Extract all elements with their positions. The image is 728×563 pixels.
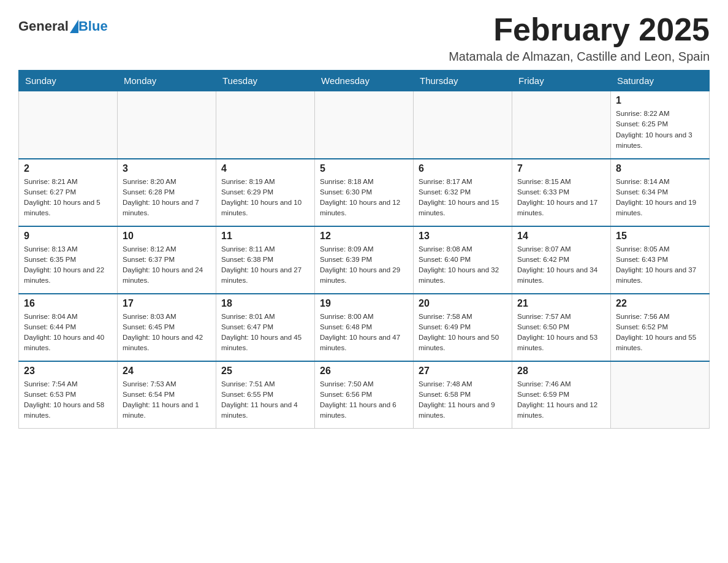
calendar-day-header: Sunday bbox=[19, 71, 118, 91]
day-number: 24 bbox=[123, 366, 211, 377]
day-number: 5 bbox=[320, 163, 408, 174]
day-info: Sunrise: 8:00 AMSunset: 6:48 PMDaylight:… bbox=[320, 312, 408, 354]
day-info: Sunrise: 7:54 AMSunset: 6:53 PMDaylight:… bbox=[24, 379, 112, 421]
calendar-day-cell bbox=[118, 91, 216, 159]
calendar-day-cell: 4Sunrise: 8:19 AMSunset: 6:29 PMDaylight… bbox=[216, 159, 315, 226]
calendar-day-cell bbox=[19, 91, 118, 159]
calendar-day-header: Saturday bbox=[611, 71, 710, 91]
logo-general: General bbox=[18, 18, 69, 34]
calendar-day-header: Wednesday bbox=[315, 71, 414, 91]
calendar-day-cell bbox=[512, 91, 611, 159]
calendar-day-cell: 22Sunrise: 7:56 AMSunset: 6:52 PMDayligh… bbox=[611, 294, 710, 361]
day-info: Sunrise: 8:11 AMSunset: 6:38 PMDaylight:… bbox=[221, 244, 309, 286]
calendar-day-header: Monday bbox=[118, 71, 216, 91]
day-number: 21 bbox=[517, 298, 605, 309]
day-info: Sunrise: 8:21 AMSunset: 6:27 PMDaylight:… bbox=[24, 177, 112, 219]
day-info: Sunrise: 8:08 AMSunset: 6:40 PMDaylight:… bbox=[419, 244, 507, 286]
calendar-day-cell: 6Sunrise: 8:17 AMSunset: 6:32 PMDaylight… bbox=[414, 159, 512, 226]
logo: General Blue bbox=[18, 18, 108, 34]
day-info: Sunrise: 7:46 AMSunset: 6:59 PMDaylight:… bbox=[517, 379, 605, 421]
day-number: 8 bbox=[616, 163, 704, 174]
day-info: Sunrise: 8:05 AMSunset: 6:43 PMDaylight:… bbox=[616, 244, 704, 286]
calendar-day-cell: 19Sunrise: 8:00 AMSunset: 6:48 PMDayligh… bbox=[315, 294, 414, 361]
calendar-day-cell: 21Sunrise: 7:57 AMSunset: 6:50 PMDayligh… bbox=[512, 294, 611, 361]
calendar-week-row: 16Sunrise: 8:04 AMSunset: 6:44 PMDayligh… bbox=[19, 294, 710, 361]
day-number: 13 bbox=[419, 231, 507, 242]
day-number: 12 bbox=[320, 231, 408, 242]
calendar-day-cell: 9Sunrise: 8:13 AMSunset: 6:35 PMDaylight… bbox=[19, 226, 118, 294]
calendar-day-cell: 26Sunrise: 7:50 AMSunset: 6:56 PMDayligh… bbox=[315, 361, 414, 429]
page-header: General Blue February 2025 Matamala de A… bbox=[18, 12, 710, 64]
calendar-week-row: 23Sunrise: 7:54 AMSunset: 6:53 PMDayligh… bbox=[19, 361, 710, 429]
calendar-day-header: Tuesday bbox=[216, 71, 315, 91]
day-info: Sunrise: 7:50 AMSunset: 6:56 PMDaylight:… bbox=[320, 379, 408, 421]
day-number: 16 bbox=[24, 298, 112, 309]
calendar-day-cell bbox=[414, 91, 512, 159]
day-number: 11 bbox=[221, 231, 309, 242]
day-info: Sunrise: 8:18 AMSunset: 6:30 PMDaylight:… bbox=[320, 177, 408, 219]
calendar-day-cell: 13Sunrise: 8:08 AMSunset: 6:40 PMDayligh… bbox=[414, 226, 512, 294]
day-number: 7 bbox=[517, 163, 605, 174]
location-subtitle: Matamala de Almazan, Castille and Leon, … bbox=[449, 50, 710, 64]
day-info: Sunrise: 7:51 AMSunset: 6:55 PMDaylight:… bbox=[221, 379, 309, 421]
day-info: Sunrise: 8:15 AMSunset: 6:33 PMDaylight:… bbox=[517, 177, 605, 219]
calendar-day-header: Thursday bbox=[414, 71, 512, 91]
calendar-day-cell: 3Sunrise: 8:20 AMSunset: 6:28 PMDaylight… bbox=[118, 159, 216, 226]
calendar-day-cell: 7Sunrise: 8:15 AMSunset: 6:33 PMDaylight… bbox=[512, 159, 611, 226]
day-info: Sunrise: 7:48 AMSunset: 6:58 PMDaylight:… bbox=[419, 379, 507, 421]
calendar-day-header: Friday bbox=[512, 71, 611, 91]
day-number: 18 bbox=[221, 298, 309, 309]
day-number: 17 bbox=[123, 298, 211, 309]
day-number: 26 bbox=[320, 366, 408, 377]
calendar-day-cell: 1Sunrise: 8:22 AMSunset: 6:25 PMDaylight… bbox=[611, 91, 710, 159]
calendar-day-cell bbox=[315, 91, 414, 159]
day-info: Sunrise: 8:19 AMSunset: 6:29 PMDaylight:… bbox=[221, 177, 309, 219]
day-number: 22 bbox=[616, 298, 704, 309]
day-info: Sunrise: 7:58 AMSunset: 6:49 PMDaylight:… bbox=[419, 312, 507, 354]
calendar-day-cell: 15Sunrise: 8:05 AMSunset: 6:43 PMDayligh… bbox=[611, 226, 710, 294]
calendar-day-cell: 25Sunrise: 7:51 AMSunset: 6:55 PMDayligh… bbox=[216, 361, 315, 429]
day-number: 6 bbox=[419, 163, 507, 174]
month-title: February 2025 bbox=[449, 12, 710, 47]
day-info: Sunrise: 8:03 AMSunset: 6:45 PMDaylight:… bbox=[123, 312, 211, 354]
calendar-week-row: 1Sunrise: 8:22 AMSunset: 6:25 PMDaylight… bbox=[19, 91, 710, 159]
calendar-day-cell bbox=[611, 361, 710, 429]
day-number: 19 bbox=[320, 298, 408, 309]
day-number: 23 bbox=[24, 366, 112, 377]
day-info: Sunrise: 7:56 AMSunset: 6:52 PMDaylight:… bbox=[616, 312, 704, 354]
day-info: Sunrise: 7:57 AMSunset: 6:50 PMDaylight:… bbox=[517, 312, 605, 354]
calendar-week-row: 2Sunrise: 8:21 AMSunset: 6:27 PMDaylight… bbox=[19, 159, 710, 226]
calendar-day-cell: 8Sunrise: 8:14 AMSunset: 6:34 PMDaylight… bbox=[611, 159, 710, 226]
calendar-day-cell: 5Sunrise: 8:18 AMSunset: 6:30 PMDaylight… bbox=[315, 159, 414, 226]
calendar-day-cell: 11Sunrise: 8:11 AMSunset: 6:38 PMDayligh… bbox=[216, 226, 315, 294]
day-number: 28 bbox=[517, 366, 605, 377]
calendar-day-cell: 23Sunrise: 7:54 AMSunset: 6:53 PMDayligh… bbox=[19, 361, 118, 429]
day-number: 1 bbox=[616, 95, 704, 106]
day-number: 2 bbox=[24, 163, 112, 174]
calendar-day-cell: 10Sunrise: 8:12 AMSunset: 6:37 PMDayligh… bbox=[118, 226, 216, 294]
calendar-day-cell: 12Sunrise: 8:09 AMSunset: 6:39 PMDayligh… bbox=[315, 226, 414, 294]
day-number: 4 bbox=[221, 163, 309, 174]
logo-icon bbox=[70, 20, 78, 33]
day-info: Sunrise: 8:17 AMSunset: 6:32 PMDaylight:… bbox=[419, 177, 507, 219]
logo-blue: Blue bbox=[78, 18, 108, 34]
day-info: Sunrise: 8:12 AMSunset: 6:37 PMDaylight:… bbox=[123, 244, 211, 286]
day-info: Sunrise: 7:53 AMSunset: 6:54 PMDaylight:… bbox=[123, 379, 211, 421]
calendar-day-cell bbox=[216, 91, 315, 159]
day-info: Sunrise: 8:14 AMSunset: 6:34 PMDaylight:… bbox=[616, 177, 704, 219]
calendar-day-cell: 2Sunrise: 8:21 AMSunset: 6:27 PMDaylight… bbox=[19, 159, 118, 226]
day-info: Sunrise: 8:13 AMSunset: 6:35 PMDaylight:… bbox=[24, 244, 112, 286]
day-info: Sunrise: 8:22 AMSunset: 6:25 PMDaylight:… bbox=[616, 109, 704, 151]
calendar-header-row: SundayMondayTuesdayWednesdayThursdayFrid… bbox=[19, 71, 710, 91]
calendar-day-cell: 28Sunrise: 7:46 AMSunset: 6:59 PMDayligh… bbox=[512, 361, 611, 429]
calendar-day-cell: 24Sunrise: 7:53 AMSunset: 6:54 PMDayligh… bbox=[118, 361, 216, 429]
calendar-day-cell: 16Sunrise: 8:04 AMSunset: 6:44 PMDayligh… bbox=[19, 294, 118, 361]
calendar-day-cell: 20Sunrise: 7:58 AMSunset: 6:49 PMDayligh… bbox=[414, 294, 512, 361]
calendar-table: SundayMondayTuesdayWednesdayThursdayFrid… bbox=[18, 70, 710, 429]
title-block: February 2025 Matamala de Almazan, Casti… bbox=[449, 12, 710, 64]
day-number: 14 bbox=[517, 231, 605, 242]
calendar-day-cell: 14Sunrise: 8:07 AMSunset: 6:42 PMDayligh… bbox=[512, 226, 611, 294]
calendar-day-cell: 18Sunrise: 8:01 AMSunset: 6:47 PMDayligh… bbox=[216, 294, 315, 361]
day-info: Sunrise: 8:20 AMSunset: 6:28 PMDaylight:… bbox=[123, 177, 211, 219]
day-number: 27 bbox=[419, 366, 507, 377]
